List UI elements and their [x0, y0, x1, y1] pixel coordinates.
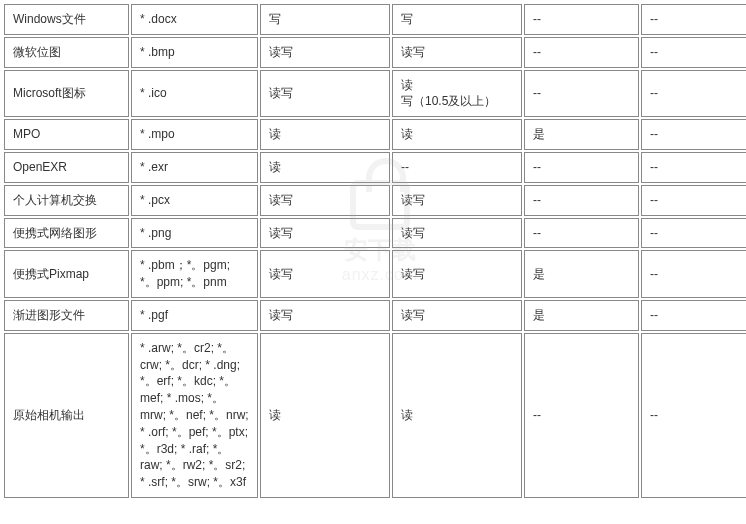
cell-c4: 是 — [524, 119, 639, 150]
cell-c1: * .pbm；*。pgm; *。ppm; *。pnm — [131, 250, 258, 298]
cell-c2: 读写 — [260, 300, 390, 331]
cell-c4: 是 — [524, 300, 639, 331]
cell-c1: * .ico — [131, 70, 258, 118]
cell-c0: 原始相机输出 — [4, 333, 129, 498]
cell-c0: 渐进图形文件 — [4, 300, 129, 331]
table-row: Microsoft图标* .ico读写读写（10.5及以上）---- — [4, 70, 746, 118]
cell-c2: 读写 — [260, 250, 390, 298]
cell-c2: 写 — [260, 4, 390, 35]
cell-c0: 便携式网络图形 — [4, 218, 129, 249]
cell-c1: * .bmp — [131, 37, 258, 68]
cell-c1: * .exr — [131, 152, 258, 183]
cell-c4: -- — [524, 37, 639, 68]
table-row: 原始相机输出* .arw; *。cr2; *。crw; *。dcr; * .dn… — [4, 333, 746, 498]
table-row: Windows文件* .docx写写---- — [4, 4, 746, 35]
cell-c1: * .pgf — [131, 300, 258, 331]
cell-c1: * .png — [131, 218, 258, 249]
table-row: 个人计算机交换* .pcx读写读写---- — [4, 185, 746, 216]
cell-c0: OpenEXR — [4, 152, 129, 183]
cell-c5: -- — [641, 333, 746, 498]
cell-c5: -- — [641, 4, 746, 35]
cell-c5: -- — [641, 119, 746, 150]
cell-c4: -- — [524, 185, 639, 216]
cell-c3: -- — [392, 152, 522, 183]
cell-c3: 读写 — [392, 185, 522, 216]
cell-c2: 读 — [260, 152, 390, 183]
cell-c5: -- — [641, 185, 746, 216]
cell-c3: 读写（10.5及以上） — [392, 70, 522, 118]
cell-c3: 写 — [392, 4, 522, 35]
cell-c3: 读 — [392, 119, 522, 150]
table-row: 渐进图形文件* .pgf读写读写是-- — [4, 300, 746, 331]
cell-c2: 读 — [260, 119, 390, 150]
cell-c4: -- — [524, 333, 639, 498]
cell-c2: 读 — [260, 333, 390, 498]
cell-c5: -- — [641, 70, 746, 118]
format-table: Windows文件* .docx写写----微软位图* .bmp读写读写----… — [2, 2, 746, 500]
cell-c1: * .mpo — [131, 119, 258, 150]
cell-c5: -- — [641, 300, 746, 331]
cell-c0: Windows文件 — [4, 4, 129, 35]
cell-c0: Microsoft图标 — [4, 70, 129, 118]
cell-c2: 读写 — [260, 37, 390, 68]
cell-c5: -- — [641, 218, 746, 249]
cell-c4: -- — [524, 70, 639, 118]
cell-c0: 个人计算机交换 — [4, 185, 129, 216]
cell-c5: -- — [641, 152, 746, 183]
cell-c3: 读 — [392, 333, 522, 498]
cell-c5: -- — [641, 250, 746, 298]
cell-c0: 微软位图 — [4, 37, 129, 68]
cell-c3: 读写 — [392, 37, 522, 68]
cell-c2: 读写 — [260, 218, 390, 249]
cell-c3: 读写 — [392, 300, 522, 331]
cell-c1: * .docx — [131, 4, 258, 35]
cell-c4: -- — [524, 152, 639, 183]
table-row: OpenEXR* .exr读------ — [4, 152, 746, 183]
cell-c0: 便携式Pixmap — [4, 250, 129, 298]
cell-c2: 读写 — [260, 70, 390, 118]
cell-c1: * .arw; *。cr2; *。crw; *。dcr; * .dng; *。e… — [131, 333, 258, 498]
cell-c2: 读写 — [260, 185, 390, 216]
cell-c5: -- — [641, 37, 746, 68]
cell-c0: MPO — [4, 119, 129, 150]
table-row: 便携式网络图形* .png读写读写---- — [4, 218, 746, 249]
cell-c3: 读写 — [392, 218, 522, 249]
table-row: MPO* .mpo读读是-- — [4, 119, 746, 150]
cell-c4: -- — [524, 218, 639, 249]
cell-c3: 读写 — [392, 250, 522, 298]
table-row: 便携式Pixmap* .pbm；*。pgm; *。ppm; *。pnm读写读写是… — [4, 250, 746, 298]
cell-c4: 是 — [524, 250, 639, 298]
cell-c1: * .pcx — [131, 185, 258, 216]
cell-c4: -- — [524, 4, 639, 35]
table-row: 微软位图* .bmp读写读写---- — [4, 37, 746, 68]
